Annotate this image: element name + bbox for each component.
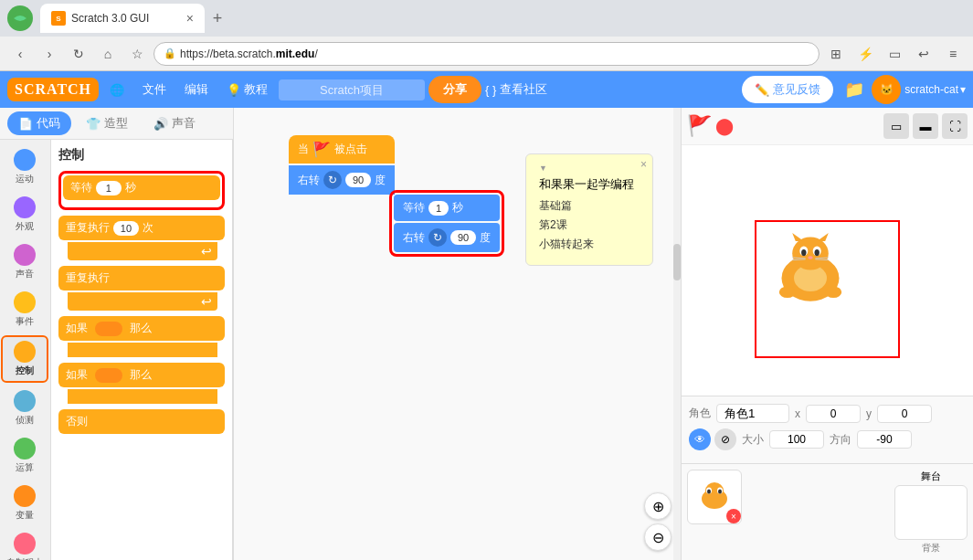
home-button[interactable]: ⌂ (95, 41, 121, 67)
costume-tab-label: 造型 (104, 115, 128, 132)
back-button[interactable]: ‹ (7, 41, 33, 67)
tooltip-item-2[interactable]: 第2课 (539, 217, 640, 233)
new-tab-button[interactable]: + (205, 5, 230, 31)
tab-close-button[interactable]: × (186, 11, 194, 26)
scratch-logo[interactable]: SCRATCH (7, 78, 99, 101)
category-events[interactable]: 事件 (1, 288, 48, 332)
active-tab[interactable]: S Scratch 3.0 GUI × (40, 4, 205, 33)
else-block[interactable]: 否则 (58, 409, 225, 434)
sprite-name-input[interactable] (716, 404, 789, 423)
direction-value: -90 (857, 430, 912, 449)
tooltip-close-button[interactable]: × (640, 158, 647, 171)
zoom-in-button[interactable]: ⊕ (644, 492, 672, 520)
vertical-scrollbar[interactable] (673, 108, 681, 560)
sprite-visibility-icons: 👁 ⊘ (689, 428, 736, 450)
lightning-button[interactable]: ⚡ (852, 41, 878, 67)
refresh-button[interactable]: ↻ (66, 41, 91, 67)
share-button[interactable]: 分享 (428, 76, 481, 103)
sound-tab[interactable]: 🔊 声音 (143, 111, 206, 135)
project-name-input[interactable] (279, 79, 425, 100)
hide-icon[interactable]: ⊘ (714, 428, 736, 450)
else-label: 否则 (66, 414, 88, 429)
normal-stage-button[interactable]: ▬ (913, 113, 938, 139)
tutorial-menu[interactable]: 💡 教程 (219, 78, 275, 101)
category-operators[interactable]: 运算 (1, 434, 48, 478)
stage-thumb[interactable] (894, 485, 968, 540)
wait-value[interactable]: 1 (96, 181, 122, 195)
costume-tab[interactable]: 👕 造型 (75, 111, 139, 135)
category-sensing[interactable]: 侦测 (1, 386, 48, 430)
if-block[interactable]: 如果 那么 (58, 316, 225, 341)
sprite-thumb-1[interactable]: × (687, 470, 742, 524)
variables-label: 变量 (16, 509, 34, 522)
folder-button[interactable]: 📁 (844, 79, 864, 100)
sprites-area: × (687, 470, 887, 555)
category-custom[interactable]: 自制积木 (1, 529, 48, 560)
ssl-icon: 🔒 (164, 48, 176, 59)
repeat-block[interactable]: 重复执行 10 次 (58, 216, 225, 240)
user-menu[interactable]: scratch-cat ▾ (904, 83, 966, 96)
turn-value[interactable]: 90 (345, 173, 371, 187)
category-looks[interactable]: 外观 (1, 193, 48, 237)
wait-canvas-value[interactable]: 1 (428, 201, 449, 216)
remove-sprite-button[interactable]: × (726, 509, 741, 523)
category-control[interactable]: 控制 (1, 335, 48, 383)
turn-block-canvas[interactable]: 右转 ↻ 90 度 (289, 165, 395, 195)
stop-button[interactable]: ⬤ (715, 116, 734, 136)
sensing-dot (14, 390, 36, 412)
tooltip-arrow-indicator: ▼ (539, 164, 640, 173)
cat-sprite[interactable] (769, 233, 851, 306)
tooltip-item-1[interactable]: 基础篇 (539, 198, 640, 214)
then-label: 那么 (130, 321, 152, 336)
when-flag-block[interactable]: 当 🚩 被点击 右转 ↻ 90 度 (289, 135, 395, 195)
costume-tab-icon: 👕 (86, 117, 100, 131)
fullscreen-button[interactable]: ⛶ (942, 113, 968, 139)
turn-canvas-block2[interactable]: 右转 ↻ 90 度 (394, 223, 500, 252)
language-menu[interactable]: 🌐 (102, 79, 132, 100)
small-stage-button[interactable]: ▭ (883, 113, 909, 139)
extensions-button[interactable]: ⊞ (823, 41, 849, 67)
address-bar[interactable]: 🔒 https://beta.scratch.mit.edu/ (153, 42, 820, 66)
category-motion[interactable]: 运动 (1, 145, 48, 189)
tooltip-item-3[interactable]: 小猫转起来 (539, 237, 640, 252)
blocks-panel-title: 控制 (58, 147, 225, 164)
forward-button[interactable]: › (37, 41, 62, 67)
when-label: 当 (298, 142, 309, 157)
left-panel: 📄 代码 👕 造型 🔊 声音 运动 (0, 108, 234, 560)
stage-thumb-area: 舞台 背景 (894, 470, 968, 555)
category-sound[interactable]: 声音 (1, 240, 48, 284)
workspace[interactable]: 当 🚩 被点击 右转 ↻ 90 度 等待 (234, 108, 681, 560)
turn-value2[interactable]: 90 (450, 230, 476, 245)
green-flag-button[interactable]: 🚩 (687, 114, 712, 138)
wait-canvas-block[interactable]: 等待 1 秒 (394, 195, 500, 221)
show-icon[interactable]: 👁 (689, 428, 711, 450)
file-menu[interactable]: 文件 (135, 78, 174, 101)
tablet-button[interactable]: ▭ (882, 41, 907, 67)
bookmark-button[interactable]: ☆ (124, 41, 150, 67)
code-tab[interactable]: 📄 代码 (7, 111, 71, 135)
svg-marker-7 (817, 233, 829, 241)
forever-block[interactable]: 重复执行 (58, 266, 225, 291)
stage-label: 舞台 (921, 470, 941, 483)
scrollbar-thumb[interactable] (673, 244, 681, 280)
clicked-label: 被点击 (334, 142, 367, 157)
if-body (68, 343, 217, 357)
more-button[interactable]: ≡ (940, 41, 966, 67)
feedback-icon: ✏️ (755, 83, 769, 97)
svg-point-21 (707, 490, 711, 494)
zoom-out-button[interactable]: ⊖ (644, 523, 672, 551)
repeat-value[interactable]: 10 (113, 221, 139, 236)
if-else-block[interactable]: 如果 那么 (58, 363, 225, 387)
operators-dot (14, 438, 36, 460)
svg-point-10 (801, 249, 806, 256)
undo-button[interactable]: ↩ (911, 41, 936, 67)
feedback-button[interactable]: ✏️ 意见反馈 (742, 76, 833, 103)
sensing-label: 侦测 (16, 414, 34, 427)
community-button[interactable]: { } 查看社区 (485, 81, 547, 98)
edit-menu[interactable]: 编辑 (177, 78, 216, 101)
tooltip-panel: × ▼ 和果果一起学编程 基础篇 第2课 小猫转起来 (525, 153, 653, 266)
wait-block[interactable]: 等待 1 秒 (63, 175, 220, 200)
user-avatar[interactable]: 🐱 (872, 75, 901, 104)
category-variables[interactable]: 变量 (1, 481, 48, 525)
looks-dot (14, 196, 36, 218)
